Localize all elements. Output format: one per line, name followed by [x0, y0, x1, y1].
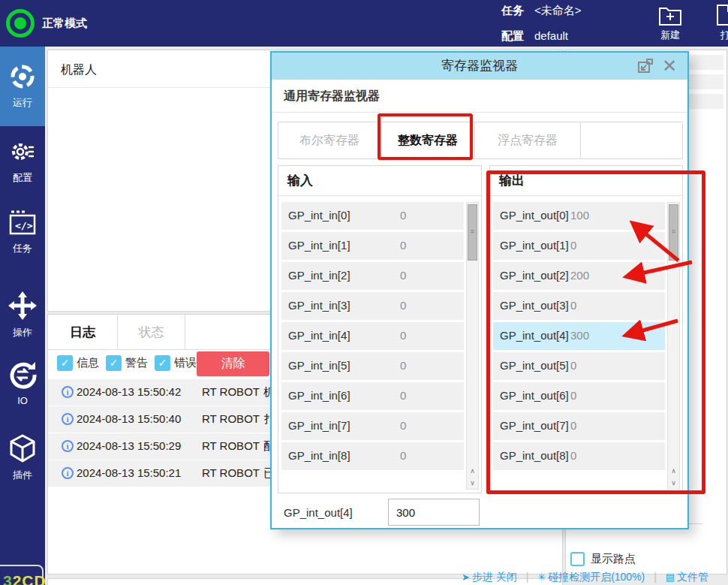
register-monitor-dialog: 寄存器监视器 ✕ 通用寄存器监视器 布尔寄存器 整数寄存器 浮点寄存器 输入 G… — [270, 51, 689, 529]
register-row[interactable]: GP_int_out[1] 0 — [493, 232, 665, 260]
sidebar-item-operate[interactable]: 操作 — [0, 291, 45, 348]
register-row[interactable]: GP_int_in[0] 0 — [281, 202, 464, 230]
dialog-subtitle: 通用寄存器监视器 — [272, 80, 687, 113]
file-icon: ▤ — [666, 571, 675, 583]
restore-window-icon[interactable] — [636, 58, 654, 76]
register-name: GP_int_out[4] — [500, 329, 569, 342]
scroll-up-icon[interactable]: ∧ — [668, 465, 679, 477]
scrollbar-thumb[interactable]: ≡ — [669, 204, 678, 261]
open-task-button[interactable]: 打 — [710, 4, 728, 42]
tab-bool-register[interactable]: 布尔寄存器 — [278, 122, 381, 158]
register-name: GP_int_in[1] — [288, 239, 350, 252]
output-register-section: 输出 GP_int_out[0] 100 GP_int_out[1] 0 GP_… — [489, 165, 683, 493]
tab-status[interactable]: 状态 — [118, 315, 185, 350]
output-section-title: 输出 — [490, 166, 682, 196]
collision-detection-link[interactable]: ✳碰撞检测开启(100%) — [537, 571, 645, 583]
filter-warning-checkbox[interactable]: ✓ 警告 — [106, 355, 148, 371]
clear-log-button[interactable]: 清除 — [197, 351, 269, 376]
register-row[interactable]: GP_int_in[4] 0 — [281, 322, 464, 350]
register-row[interactable]: GP_int_out[5] 0 — [493, 352, 665, 380]
register-row[interactable]: GP_int_out[0] 100 — [493, 202, 665, 230]
log-source: RT ROBOT — [202, 466, 260, 479]
register-value: 0 — [400, 449, 406, 462]
sidebar-item-label: IO — [0, 395, 45, 406]
register-row[interactable]: GP_int_out[4] 300 — [493, 322, 665, 350]
tab-log[interactable]: 日志 — [48, 315, 118, 350]
tab-int-register[interactable]: 整数寄存器 — [381, 122, 475, 158]
register-name: GP_int_out[7] — [500, 419, 569, 432]
sidebar-item-run[interactable]: 运行 — [0, 47, 45, 126]
tab-filler — [581, 122, 682, 158]
register-value-input[interactable] — [388, 499, 480, 526]
show-waypoints-checkbox[interactable]: 显示路点 — [570, 552, 636, 566]
scroll-up-icon[interactable]: ∧ — [467, 465, 478, 477]
checkbox-checked-icon[interactable]: ✓ — [57, 355, 73, 371]
register-value: 0 — [400, 299, 406, 312]
register-row[interactable]: GP_int_out[6] 0 — [493, 382, 665, 410]
target-icon — [9, 63, 36, 90]
log-timestamp: 2024-08-13 15:50:29 — [77, 439, 181, 452]
mode-label: 正常模式 — [42, 17, 87, 31]
task-name: <未命名> — [534, 4, 582, 17]
register-value: 0 — [570, 449, 576, 462]
new-task-button[interactable]: 新建 — [654, 4, 687, 42]
tab-float-register[interactable]: 浮点寄存器 — [475, 122, 581, 158]
output-register-list: GP_int_out[0] 100 GP_int_out[1] 0 GP_int… — [493, 202, 665, 490]
register-row[interactable]: GP_int_in[1] 0 — [281, 232, 464, 260]
register-row[interactable]: GP_int_in[3] 0 — [281, 292, 464, 320]
filter-error-checkbox[interactable]: ✓ 错误 — [155, 355, 197, 371]
sidebar-item-label: 配置 — [0, 171, 45, 185]
info-icon: i — [62, 413, 74, 425]
register-row[interactable]: GP_int_in[7] 0 — [281, 412, 464, 440]
register-row[interactable]: GP_int_in[6] 0 — [281, 382, 464, 410]
sidebar-item-task[interactable]: </> 任务 — [0, 210, 45, 267]
register-value: 0 — [570, 419, 576, 432]
scroll-down-icon[interactable]: ∨ — [467, 477, 478, 489]
register-value: 0 — [570, 389, 576, 402]
cube-icon — [8, 434, 37, 463]
dialog-titlebar[interactable]: 寄存器监视器 ✕ — [272, 53, 687, 80]
checkbox-checked-icon[interactable]: ✓ — [106, 355, 122, 371]
register-name: GP_int_out[3] — [500, 299, 569, 312]
register-name: GP_int_out[5] — [500, 359, 569, 372]
collision-icon: ✳ — [537, 571, 546, 583]
register-row[interactable]: GP_int_out[7] 0 — [493, 412, 665, 440]
register-name: GP_int_in[5] — [288, 359, 350, 372]
input-scrollbar[interactable]: ≡ ∧ ∨ — [466, 202, 479, 490]
register-row[interactable]: GP_int_out[8] 0 — [493, 442, 665, 470]
register-name: GP_int_in[4] — [288, 329, 350, 342]
document-icon — [713, 4, 728, 26]
register-value: 200 — [570, 269, 589, 282]
folder-plus-icon — [658, 4, 682, 26]
register-value: 0 — [570, 359, 576, 372]
register-name: GP_int_in[7] — [288, 419, 350, 432]
register-row[interactable]: GP_int_in[2] 0 — [281, 262, 464, 290]
divider: | — [654, 571, 657, 583]
log-timestamp: 2024-08-13 15:50:21 — [77, 466, 181, 479]
filter-info-checkbox[interactable]: ✓ 信息 — [57, 355, 99, 371]
register-name: GP_int_in[0] — [288, 209, 350, 222]
filter-warning-label: 警告 — [125, 356, 148, 370]
code-icon: </> — [8, 210, 37, 236]
register-row[interactable]: GP_int_out[2] 200 — [493, 262, 665, 290]
sidebar-item-io[interactable]: IO — [0, 360, 45, 417]
sidebar-item-plugin[interactable]: 插件 — [0, 434, 45, 490]
register-editor-row: GP_int_out[4] — [272, 497, 687, 530]
close-icon[interactable]: ✕ — [660, 58, 678, 76]
step-mode-link[interactable]: ➤步进 关闭 — [462, 571, 517, 583]
output-scrollbar[interactable]: ≡ ∧ ∨ — [667, 202, 680, 490]
register-name: GP_int_in[8] — [288, 449, 350, 462]
sidebar-item-label: 任务 — [0, 242, 45, 255]
sidebar-item-config[interactable]: 配置 — [0, 138, 45, 194]
file-manager-link[interactable]: ▤文件管 — [666, 571, 708, 583]
scrollbar-thumb[interactable]: ≡ — [468, 204, 477, 261]
register-row[interactable]: GP_int_in[8] 0 — [281, 442, 464, 470]
dialog-title: 寄存器监视器 — [272, 53, 687, 80]
register-row[interactable]: GP_int_out[3] 0 — [493, 292, 665, 320]
checkbox-checked-icon[interactable]: ✓ — [155, 355, 170, 371]
scroll-down-icon[interactable]: ∨ — [668, 477, 679, 489]
brand-logo: 32CD — [0, 565, 44, 585]
checkbox-unchecked-icon[interactable] — [570, 552, 585, 566]
register-row[interactable]: GP_int_in[5] 0 — [281, 352, 464, 380]
input-register-section: 输入 GP_int_in[0] 0 GP_int_in[1] 0 GP_int_… — [278, 165, 482, 493]
